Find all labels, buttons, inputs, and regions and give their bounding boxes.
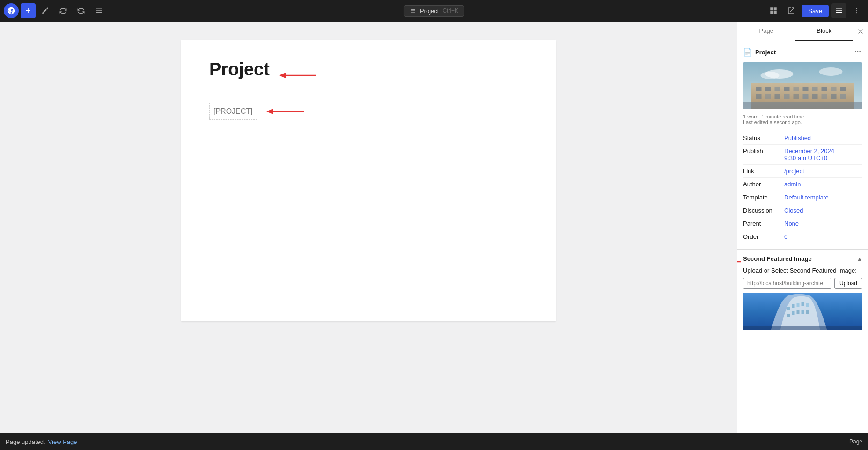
author-label: Author: [743, 181, 780, 188]
tab-page[interactable]: Page: [737, 22, 795, 41]
svg-point-10: [819, 67, 843, 76]
meta-row-link: Link /project: [743, 165, 862, 178]
breadcrumb-shortcut: Ctrl+K: [442, 7, 458, 14]
meta-row-publish: Publish December 2, 2024 9:30 am UTC+0: [743, 145, 862, 165]
sidebar: Page Block 📄 Project: [737, 22, 868, 433]
sidebar-tabs-row: Page Block: [737, 22, 868, 41]
upload-button[interactable]: Upload: [834, 278, 862, 289]
status-label: Status: [743, 134, 780, 141]
svg-rect-25: [784, 94, 790, 99]
collapse-second-featured-button[interactable]: ▲: [857, 256, 862, 262]
template-value[interactable]: Default template: [784, 194, 829, 201]
svg-marker-1: [279, 73, 286, 78]
meta-row-author: Author admin: [743, 178, 862, 191]
meta-row-order: Order 0: [743, 230, 862, 243]
svg-rect-32: [743, 102, 862, 109]
view-page-link[interactable]: View Page: [48, 438, 77, 445]
svg-point-6: [859, 51, 861, 52]
svg-rect-18: [812, 87, 818, 91]
page-label: Page: [849, 438, 862, 445]
undo-button[interactable]: [55, 4, 71, 18]
svg-rect-37: [792, 304, 795, 308]
wp-logo-button[interactable]: [4, 3, 19, 18]
page-updated-text: Page updated.: [6, 438, 45, 445]
block-header: 📄 Project: [743, 47, 862, 58]
svg-rect-36: [787, 307, 790, 310]
svg-rect-26: [794, 94, 799, 99]
block-title-row: 📄 Project: [743, 48, 776, 57]
settings-toggle-button[interactable]: [831, 3, 846, 18]
author-value[interactable]: admin: [784, 181, 801, 188]
url-input-row: Upload: [743, 278, 862, 289]
arrow-body-indicator: [266, 107, 304, 116]
link-value[interactable]: /project: [784, 168, 804, 175]
breadcrumb-center: Project Ctrl+K: [404, 5, 464, 17]
svg-rect-46: [743, 326, 862, 330]
publish-value[interactable]: December 2, 2024 9:30 am UTC+0: [784, 148, 834, 162]
second-featured-image-preview: [743, 293, 862, 330]
redo-button[interactable]: [73, 4, 89, 18]
svg-rect-45: [806, 310, 809, 314]
add-block-button[interactable]: +: [21, 3, 36, 18]
status-bar: Page updated. View Page Page: [0, 433, 868, 450]
discussion-value[interactable]: Closed: [784, 207, 803, 214]
block-type-icon: 📄: [743, 48, 752, 57]
svg-rect-19: [822, 87, 827, 91]
meta-row-template: Template Default template: [743, 191, 862, 204]
second-featured-section: Second Featured Image ▲ Upload or Select…: [743, 255, 862, 330]
url-input[interactable]: [743, 278, 831, 289]
svg-rect-15: [784, 87, 790, 91]
svg-rect-20: [831, 87, 837, 91]
svg-rect-24: [775, 94, 780, 99]
status-value[interactable]: Published: [784, 134, 811, 141]
page-content: Project [PROJECT]: [181, 40, 556, 321]
more-options-button[interactable]: [849, 3, 864, 18]
external-link-button[interactable]: [784, 3, 799, 18]
svg-rect-44: [802, 310, 804, 314]
tools-button[interactable]: [91, 4, 107, 18]
publish-label: Publish: [743, 148, 780, 155]
svg-rect-28: [812, 94, 818, 99]
save-button[interactable]: Save: [802, 5, 829, 17]
svg-rect-29: [822, 94, 827, 99]
template-label: Template: [743, 194, 780, 201]
svg-rect-27: [803, 94, 809, 99]
page-body[interactable]: [PROJECT]: [209, 103, 257, 120]
edit-mode-button[interactable]: [37, 4, 53, 18]
sidebar-content: 📄 Project: [737, 41, 868, 433]
svg-rect-13: [765, 87, 771, 91]
svg-rect-39: [802, 302, 804, 306]
meta-last-edited: Last edited a second ago.: [743, 119, 862, 125]
parent-label: Parent: [743, 220, 780, 227]
parent-value[interactable]: None: [784, 220, 799, 227]
svg-rect-12: [756, 87, 762, 91]
link-label: Link: [743, 168, 780, 175]
breadcrumb-pill[interactable]: Project Ctrl+K: [404, 5, 464, 17]
order-label: Order: [743, 233, 780, 240]
page-title[interactable]: Project: [209, 59, 270, 81]
featured-image-preview: [743, 62, 862, 109]
discussion-label: Discussion: [743, 207, 780, 214]
view-switcher-button[interactable]: [766, 3, 781, 18]
svg-rect-30: [831, 94, 837, 99]
main-area: Project [PROJECT] Page Block: [0, 22, 868, 433]
svg-rect-14: [775, 87, 780, 91]
toolbar-left: +: [4, 3, 107, 18]
block-more-options-button[interactable]: [853, 47, 862, 58]
svg-rect-21: [840, 87, 846, 91]
svg-rect-38: [797, 303, 800, 307]
svg-rect-23: [765, 94, 771, 99]
svg-rect-22: [756, 94, 762, 99]
svg-rect-41: [787, 314, 790, 317]
sidebar-close-button[interactable]: [853, 24, 868, 39]
svg-rect-31: [840, 94, 846, 99]
meta-row-parent: Parent None: [743, 217, 862, 230]
meta-row-discussion: Discussion Closed: [743, 204, 862, 217]
tab-block[interactable]: Block: [795, 22, 853, 41]
meta-row-status: Status Published: [743, 132, 862, 145]
svg-point-5: [857, 51, 859, 52]
arrow-second-featured-indicator: [737, 258, 741, 266]
meta-info: 1 word, 1 minute read time. Last edited …: [743, 114, 862, 125]
order-value[interactable]: 0: [784, 233, 787, 240]
svg-rect-43: [797, 310, 800, 314]
